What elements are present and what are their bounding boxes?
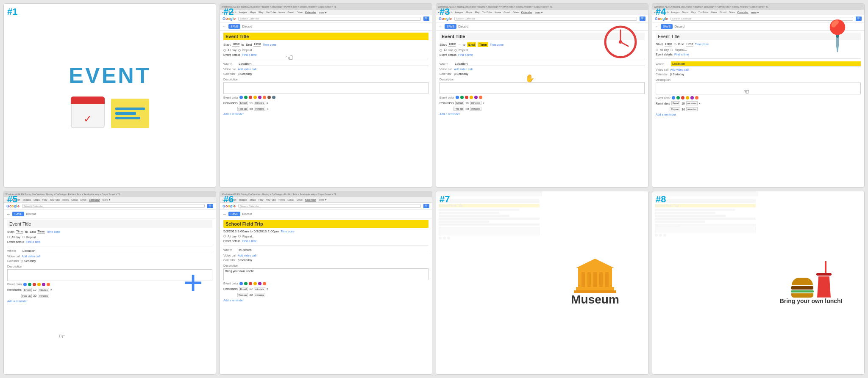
location-field-2[interactable]: Location: [239, 62, 428, 66]
color-dot-orange-2[interactable]: [263, 96, 266, 99]
allday-radio-3[interactable]: [440, 49, 442, 52]
nav-calendar-6[interactable]: Calendar: [305, 199, 316, 201]
calendar-val-4[interactable]: β Seriaday: [670, 73, 684, 76]
allday-radio-4[interactable]: [656, 49, 658, 51]
color-dot-orange-3[interactable]: [479, 96, 482, 99]
time-label1-4[interactable]: Time: [665, 42, 672, 47]
color-dot-purple-4[interactable]: [690, 96, 694, 99]
mins-select-2[interactable]: minutes: [254, 101, 265, 105]
find-time-link-5[interactable]: Find a time: [26, 240, 41, 243]
calendar-val-5[interactable]: β Seriaday: [22, 259, 36, 262]
nav-maps-6[interactable]: Maps: [250, 199, 256, 201]
email-select-5[interactable]: Email: [23, 288, 32, 292]
popup-mins-select-3[interactable]: minutes: [470, 107, 481, 111]
repeat-radio-6[interactable]: [238, 235, 241, 237]
color-dot-green-4[interactable]: [676, 96, 680, 99]
event-title-field-2[interactable]: Event Title: [223, 33, 428, 40]
repeat-radio-2[interactable]: [238, 49, 241, 52]
email-select-6[interactable]: Email: [239, 287, 248, 291]
add-reminder-5[interactable]: Add a reminder: [7, 300, 212, 303]
nav-gmail-4[interactable]: Gmail: [720, 11, 726, 14]
back-btn-3[interactable]: ←: [439, 24, 443, 29]
color-dot-green-2[interactable]: [244, 96, 248, 99]
nav-calendar-4[interactable]: Calendar: [737, 11, 748, 14]
color-dot-orange-5[interactable]: [47, 283, 50, 286]
nav-youtube-4[interactable]: YouTube: [698, 11, 709, 14]
popup-select-4[interactable]: Pop-up: [670, 107, 680, 111]
color-dot-red-2[interactable]: [249, 96, 252, 99]
nav-news-5[interactable]: News: [62, 199, 69, 201]
mins-select-4[interactable]: minutes: [686, 101, 698, 105]
color-dot-yellow-2[interactable]: [253, 96, 257, 99]
add-reminder-4[interactable]: Add a reminder: [656, 113, 861, 116]
back-btn-2[interactable]: ←: [223, 24, 227, 29]
search-bar-3[interactable]: Search Calendar: [454, 17, 637, 21]
nav-drive-3[interactable]: Drive: [513, 11, 519, 14]
color-dot-red-5[interactable]: [33, 283, 36, 286]
nav-more-6[interactable]: More ▾: [319, 198, 326, 201]
nav-news-3[interactable]: News: [495, 11, 501, 14]
color-dot-green-3[interactable]: [460, 96, 464, 99]
nav-play-3[interactable]: Play: [475, 11, 480, 14]
save-btn-2[interactable]: SAVE: [228, 24, 240, 29]
find-time-link-3[interactable]: Find a time: [458, 53, 473, 56]
color-dot-blue-4[interactable]: [672, 96, 675, 99]
add-reminder-2[interactable]: Add a reminder: [223, 113, 428, 116]
nav-images[interactable]: Images: [239, 11, 248, 14]
mins-select-6[interactable]: minutes: [254, 287, 265, 291]
add-video-link-4[interactable]: Add video call: [670, 68, 689, 71]
nav-youtube-3[interactable]: YouTube: [482, 11, 492, 14]
nav-drive-6[interactable]: Drive: [297, 199, 303, 201]
nav-gmail[interactable]: Gmail: [287, 11, 294, 14]
color-dot-purple-3[interactable]: [474, 96, 478, 99]
discard-btn-3[interactable]: Discard: [458, 25, 468, 28]
add-reminder-3[interactable]: Add a reminder: [440, 113, 645, 116]
color-dot-blue-3[interactable]: [456, 96, 459, 99]
add-reminder-6[interactable]: Add a reminder: [223, 299, 428, 302]
popup-mins-select-6[interactable]: minutes: [254, 293, 265, 297]
desc-box-3[interactable]: [440, 82, 645, 94]
nav-gmail-6[interactable]: Gmail: [287, 199, 294, 201]
color-dot-purple-6[interactable]: [258, 282, 262, 285]
color-dot-red-6[interactable]: [249, 282, 252, 285]
desc-box-5[interactable]: [7, 269, 212, 281]
popup-x-btn-2[interactable]: ×: [267, 108, 268, 110]
nav-maps-3[interactable]: Maps: [466, 11, 472, 14]
color-dot-yellow-3[interactable]: [470, 96, 473, 99]
add-video-link-6[interactable]: Add video call: [238, 254, 256, 257]
color-dot-blue-6[interactable]: [239, 282, 243, 285]
email-select-3[interactable]: Email: [455, 101, 464, 105]
timezone-4[interactable]: Time zone: [695, 43, 709, 46]
color-dot-red-3[interactable]: [465, 96, 468, 99]
x-btn-4[interactable]: ×: [699, 102, 701, 105]
add-video-link-3[interactable]: Add video call: [454, 68, 473, 71]
desc-box-4[interactable]: [656, 83, 861, 94]
search-button-3[interactable]: 🔍: [640, 17, 645, 21]
save-btn-3[interactable]: SAVE: [445, 24, 456, 29]
repeat-radio-4[interactable]: [670, 49, 673, 51]
color-dot-yellow-5[interactable]: [37, 283, 41, 286]
time-label2-2[interactable]: Time: [253, 42, 261, 47]
nav-youtube-6[interactable]: YouTube: [266, 199, 276, 201]
end-label-3[interactable]: End: [467, 42, 476, 47]
timezone-3[interactable]: Time zone: [490, 43, 504, 46]
x-btn-2[interactable]: ×: [267, 102, 268, 105]
search-button-4[interactable]: 🔍: [856, 17, 862, 21]
nav-calendar-3[interactable]: Calendar: [521, 11, 532, 14]
nav-play-5[interactable]: Play: [42, 199, 47, 201]
nav-calendar[interactable]: Calendar: [305, 11, 316, 14]
nav-calendar-5[interactable]: Calendar: [89, 199, 100, 201]
nav-maps-4[interactable]: Maps: [682, 11, 688, 14]
nav-news[interactable]: News: [278, 11, 285, 14]
find-time-link-4[interactable]: Find a time: [674, 53, 689, 56]
nav-drive-4[interactable]: Drive: [729, 11, 735, 14]
location-field-4[interactable]: Location: [671, 61, 861, 66]
desc-box-2[interactable]: [223, 82, 428, 94]
nav-drive[interactable]: Drive: [297, 11, 303, 14]
nav-more[interactable]: More ▾: [319, 11, 326, 14]
search-bar-5[interactable]: Search Calendar: [22, 204, 205, 208]
allday-radio-5[interactable]: [7, 236, 10, 238]
location-field-3[interactable]: Location: [455, 62, 645, 66]
popup-select-2[interactable]: Pop-up: [237, 107, 248, 111]
add-video-link-5[interactable]: Add video call: [22, 255, 40, 258]
